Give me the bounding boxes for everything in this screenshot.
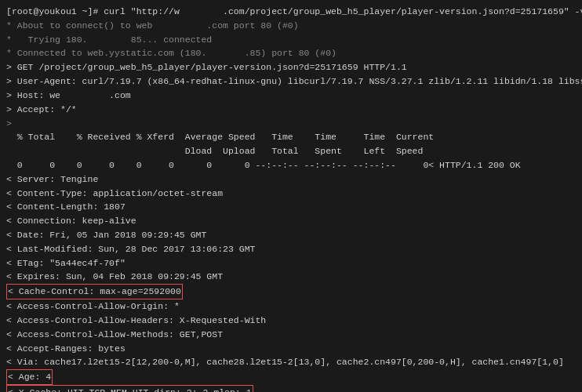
- blank1: >: [6, 117, 576, 131]
- user-agent: > User-Agent: curl/7.19.7 (x86_64-redhat…: [6, 74, 576, 89]
- via: < Via: cache17.l2et15-2[12,200-0,M], cac…: [6, 355, 576, 369]
- accept-ranges: < Accept-Ranges: bytes: [6, 342, 576, 356]
- accept: > Accept: */*: [6, 103, 576, 117]
- stats-header: % Total % Received % Xferd Average Speed…: [6, 130, 576, 144]
- access-control-origin: < Access-Control-Allow-Origin: *: [6, 299, 576, 314]
- host: > Host: we .com: [6, 89, 576, 103]
- server: < Server: Tengine: [6, 172, 576, 187]
- access-control-methods: < Access-Control-Allow-Methods: GET,POST: [6, 328, 576, 342]
- connection: < Connection: keep-alive: [6, 214, 576, 228]
- prompt: [root@youkou1 ~]# curl "http://w .com/pr…: [6, 5, 576, 19]
- content-length: < Content-Length: 1807: [6, 200, 576, 214]
- last-modified: < Last-Modified: Sun, 28 Dec 2017 13:06:…: [6, 242, 576, 256]
- trying: * Trying 180. 85... connected: [6, 33, 576, 47]
- stats-header2: Dload Upload Total Spent Left Speed: [6, 144, 576, 158]
- x-cache: < X-Cache: HIT TCP_MEM_HIT dirn:-2:-2 ml…: [6, 385, 576, 392]
- date: < Date: Fri, 05 Jan 2018 09:29:45 GMT: [6, 228, 576, 242]
- cache-control: < Cache-Control: max-age=2592000: [6, 284, 576, 299]
- terminal: const data = JSON.parse(document.getElem…: [0, 0, 582, 392]
- content-type: < Content-Type: application/octet-stream: [6, 187, 576, 201]
- age: < Age: 4: [6, 369, 576, 385]
- connected: * Connected to web.yystatic.com (180. .8…: [6, 46, 576, 60]
- expires: < Expires: Sun, 04 Feb 2018 09:29:45 GMT: [6, 270, 576, 284]
- connect-about: * About to connect() to web .com port 80…: [6, 19, 576, 33]
- get: > GET /project/group_web_h5_player/playe…: [6, 60, 576, 74]
- etag: < ETag: "5a44ec4f-70f": [6, 256, 576, 270]
- access-control-headers: < Access-Control-Allow-Headers: X-Reques…: [6, 314, 576, 328]
- stats-values: 0 0 0 0 0 0 0 0 --:--:-- --:--:-- --:--:…: [6, 158, 576, 172]
